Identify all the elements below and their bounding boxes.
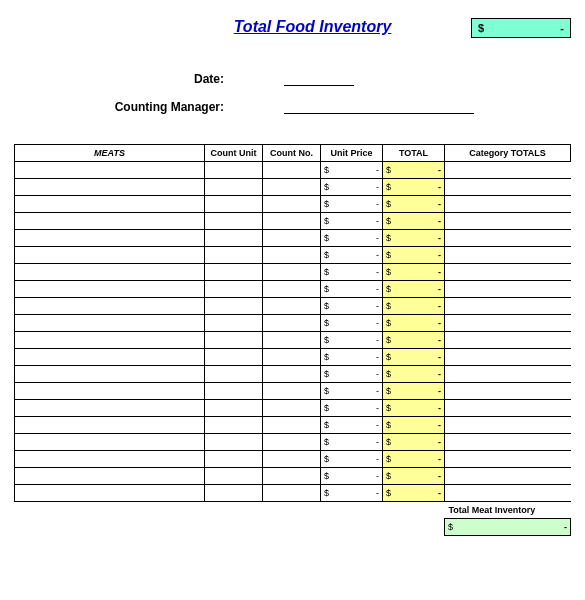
unit-price-cell[interactable]: $- <box>321 179 383 196</box>
count-no-cell[interactable] <box>263 332 321 349</box>
count-unit-cell[interactable] <box>205 213 263 230</box>
unit-price-cell[interactable]: $- <box>321 281 383 298</box>
count-no-cell[interactable] <box>263 230 321 247</box>
count-unit-cell[interactable] <box>205 281 263 298</box>
footer-label-row: Total Meat Inventory <box>15 502 571 519</box>
count-unit-cell[interactable] <box>205 162 263 179</box>
item-name-cell[interactable] <box>15 264 205 281</box>
count-no-cell[interactable] <box>263 451 321 468</box>
unit-price-cell[interactable]: $- <box>321 162 383 179</box>
unit-price-cell[interactable]: $- <box>321 332 383 349</box>
unit-price-cell[interactable]: $- <box>321 264 383 281</box>
category-total-cell <box>445 264 571 281</box>
unit-price-cell[interactable]: $- <box>321 417 383 434</box>
count-no-cell[interactable] <box>263 366 321 383</box>
row-total-cell: $- <box>383 383 445 400</box>
count-no-cell[interactable] <box>263 213 321 230</box>
count-no-cell[interactable] <box>263 298 321 315</box>
category-total-cell <box>445 332 571 349</box>
count-unit-cell[interactable] <box>205 366 263 383</box>
count-unit-cell[interactable] <box>205 230 263 247</box>
count-unit-cell[interactable] <box>205 332 263 349</box>
unit-price-cell[interactable]: $- <box>321 196 383 213</box>
item-name-cell[interactable] <box>15 196 205 213</box>
row-total-cell: $- <box>383 468 445 485</box>
count-unit-cell[interactable] <box>205 349 263 366</box>
count-no-cell[interactable] <box>263 179 321 196</box>
item-name-cell[interactable] <box>15 162 205 179</box>
item-name-cell[interactable] <box>15 485 205 502</box>
count-unit-cell[interactable] <box>205 383 263 400</box>
category-total-cell <box>445 366 571 383</box>
unit-price-cell[interactable]: $- <box>321 349 383 366</box>
row-total-cell: $- <box>383 230 445 247</box>
item-name-cell[interactable] <box>15 434 205 451</box>
unit-price-cell[interactable]: $- <box>321 298 383 315</box>
total-header: TOTAL <box>383 145 445 162</box>
item-name-cell[interactable] <box>15 349 205 366</box>
item-name-cell[interactable] <box>15 366 205 383</box>
count-unit-cell[interactable] <box>205 196 263 213</box>
count-no-cell[interactable] <box>263 315 321 332</box>
count-no-cell[interactable] <box>263 349 321 366</box>
count-unit-cell[interactable] <box>205 298 263 315</box>
item-name-cell[interactable] <box>15 230 205 247</box>
count-unit-cell[interactable] <box>205 434 263 451</box>
count-unit-cell[interactable] <box>205 247 263 264</box>
count-unit-cell[interactable] <box>205 451 263 468</box>
count-unit-cell[interactable] <box>205 315 263 332</box>
manager-input-line[interactable] <box>284 100 474 114</box>
count-no-cell[interactable] <box>263 162 321 179</box>
table-row: $-$- <box>15 179 571 196</box>
unit-price-cell[interactable]: $- <box>321 400 383 417</box>
unit-price-cell[interactable]: $- <box>321 468 383 485</box>
count-no-cell[interactable] <box>263 383 321 400</box>
unit-price-cell[interactable]: $- <box>321 213 383 230</box>
count-no-cell[interactable] <box>263 400 321 417</box>
table-row: $-$- <box>15 417 571 434</box>
item-name-cell[interactable] <box>15 247 205 264</box>
count-no-cell[interactable] <box>263 196 321 213</box>
count-unit-cell[interactable] <box>205 400 263 417</box>
count-unit-cell[interactable] <box>205 417 263 434</box>
item-name-cell[interactable] <box>15 315 205 332</box>
count-no-cell[interactable] <box>263 247 321 264</box>
item-name-cell[interactable] <box>15 179 205 196</box>
unit-price-cell[interactable]: $- <box>321 434 383 451</box>
item-name-cell[interactable] <box>15 332 205 349</box>
item-name-cell[interactable] <box>15 213 205 230</box>
grand-total-box: $ - <box>471 18 571 38</box>
unit-price-cell[interactable]: $- <box>321 451 383 468</box>
item-name-cell[interactable] <box>15 383 205 400</box>
category-total-cell <box>445 349 571 366</box>
item-name-cell[interactable] <box>15 451 205 468</box>
count-no-cell[interactable] <box>263 417 321 434</box>
item-name-cell[interactable] <box>15 468 205 485</box>
unit-price-cell[interactable]: $- <box>321 315 383 332</box>
count-unit-cell[interactable] <box>205 485 263 502</box>
unit-price-cell[interactable]: $- <box>321 383 383 400</box>
unit-price-cell[interactable]: $- <box>321 485 383 502</box>
unit-price-cell[interactable]: $- <box>321 366 383 383</box>
item-name-cell[interactable] <box>15 400 205 417</box>
item-name-cell[interactable] <box>15 281 205 298</box>
row-total-cell: $- <box>383 247 445 264</box>
table-row: $-$- <box>15 315 571 332</box>
count-no-cell[interactable] <box>263 281 321 298</box>
count-no-cell[interactable] <box>263 468 321 485</box>
count-no-cell[interactable] <box>263 485 321 502</box>
unit-price-cell[interactable]: $- <box>321 230 383 247</box>
count-unit-cell[interactable] <box>205 264 263 281</box>
unit-price-cell[interactable]: $- <box>321 247 383 264</box>
count-no-cell[interactable] <box>263 264 321 281</box>
date-input-line[interactable] <box>284 72 354 86</box>
total-meat-value: $ - <box>445 519 571 536</box>
count-no-cell[interactable] <box>263 434 321 451</box>
item-name-cell[interactable] <box>15 298 205 315</box>
category-totals-header: Category TOTALS <box>445 145 571 162</box>
count-unit-cell[interactable] <box>205 179 263 196</box>
count-unit-cell[interactable] <box>205 468 263 485</box>
item-name-cell[interactable] <box>15 417 205 434</box>
table-row: $-$- <box>15 434 571 451</box>
count-unit-header: Count Unit <box>205 145 263 162</box>
